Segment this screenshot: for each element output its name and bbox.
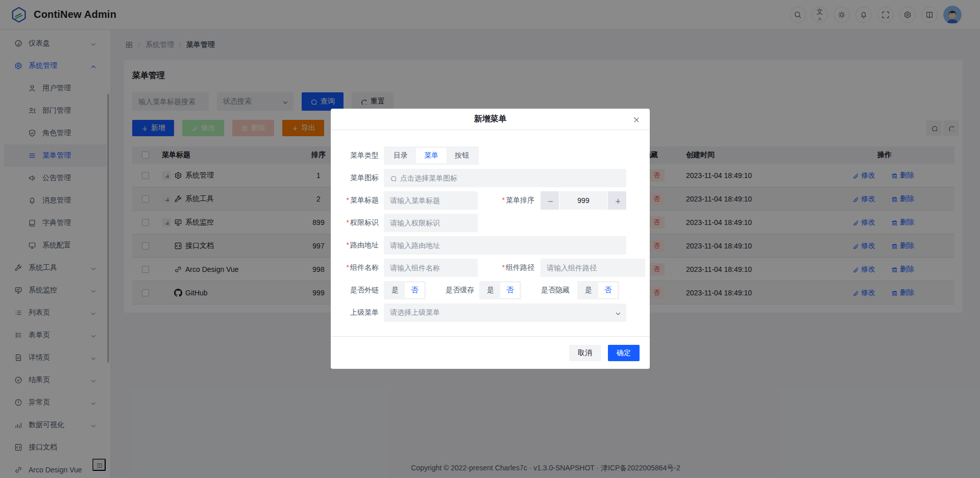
route-label: 路由地址 [341,241,379,250]
menu-sort-value[interactable]: 999 [559,191,607,210]
menu-icon-picker[interactable] [384,169,626,187]
modal-header: 新增菜单 [331,109,650,130]
menu-title-label: 菜单标题 [341,196,379,205]
cache-yes[interactable]: 是 [481,283,500,298]
component-path-label: 组件路径 [491,263,534,272]
component-name-field [384,259,478,277]
parent-menu-select[interactable]: 请选择上级菜单 [384,304,626,322]
chevron-down-icon [614,310,620,316]
menu-title-field [384,191,478,210]
component-name-input[interactable] [390,264,472,272]
minus-icon[interactable] [541,191,559,210]
add-menu-modal: 新增菜单 菜单类型 目录 菜单 按钮 菜单图标 菜单标题 菜单排 [331,109,650,369]
menu-icon-input[interactable] [400,174,620,182]
confirm-button[interactable]: 确定 [608,345,640,361]
modal-footer: 取消 确定 [331,336,650,369]
hidden-no[interactable]: 否 [598,283,618,298]
plus-icon[interactable] [608,191,626,210]
hidden-segmented: 是 否 [577,281,619,299]
route-field [384,236,626,255]
modal-body: 菜单类型 目录 菜单 按钮 菜单图标 菜单标题 菜单排序 999 [331,130,650,336]
external-segmented: 是 否 [384,281,426,299]
cache-label: 是否缓存 [446,286,474,295]
type-option-button[interactable]: 按钮 [447,148,477,163]
modal-title: 新增菜单 [474,114,507,124]
cache-segmented: 是 否 [479,281,521,299]
menu-type-label: 菜单类型 [341,151,379,160]
type-option-menu[interactable]: 菜单 [416,148,447,163]
type-option-directory[interactable]: 目录 [385,148,416,163]
external-no[interactable]: 否 [405,283,424,298]
external-yes[interactable]: 是 [385,283,405,298]
permission-label: 权限标识 [341,218,379,228]
close-icon[interactable] [629,115,642,122]
cache-no[interactable]: 否 [500,283,520,298]
menu-type-segmented: 目录 菜单 按钮 [384,146,479,165]
component-name-label: 组件名称 [341,263,379,272]
permission-input[interactable] [390,219,472,227]
search-icon [390,175,396,181]
hidden-label: 是否隐藏 [540,286,570,295]
external-label: 是否外链 [341,286,379,295]
menu-sort-stepper: 999 [541,191,626,210]
parent-menu-label: 上级菜单 [341,308,379,317]
menu-title-input[interactable] [390,196,472,205]
permission-field [384,214,478,232]
route-input[interactable] [390,241,620,249]
menu-icon-label: 菜单图标 [341,173,379,183]
cancel-button[interactable]: 取消 [569,345,601,361]
component-path-field [541,259,645,277]
menu-sort-label: 菜单排序 [491,196,534,205]
component-path-input[interactable] [547,264,639,272]
hidden-yes[interactable]: 是 [579,283,598,298]
